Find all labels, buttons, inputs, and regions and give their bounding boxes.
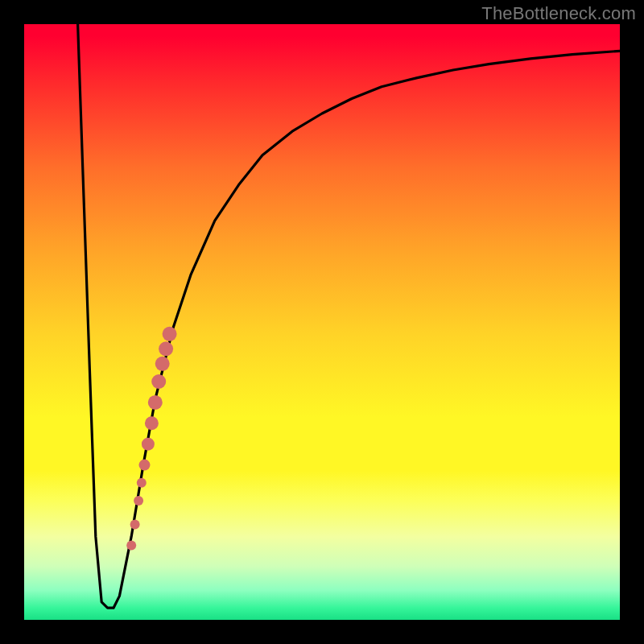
highlighted-point — [130, 520, 140, 530]
bottleneck-curve — [78, 24, 620, 608]
highlighted-point — [148, 395, 163, 410]
highlighted-point — [139, 460, 151, 471]
plot-area — [24, 24, 620, 620]
watermark-text: TheBottleneck.com — [481, 3, 636, 24]
highlighted-point — [134, 496, 143, 506]
highlighted-point — [159, 341, 173, 356]
chart-frame: TheBottleneck.com — [0, 0, 644, 644]
chart-svg — [24, 24, 620, 620]
highlighted-point — [151, 374, 166, 389]
highlighted-point — [145, 416, 159, 430]
highlighted-point — [126, 541, 136, 551]
highlighted-point — [137, 478, 147, 488]
highlighted-point — [155, 357, 170, 371]
highlighted-point — [163, 327, 177, 341]
highlighted-point — [142, 438, 155, 451]
